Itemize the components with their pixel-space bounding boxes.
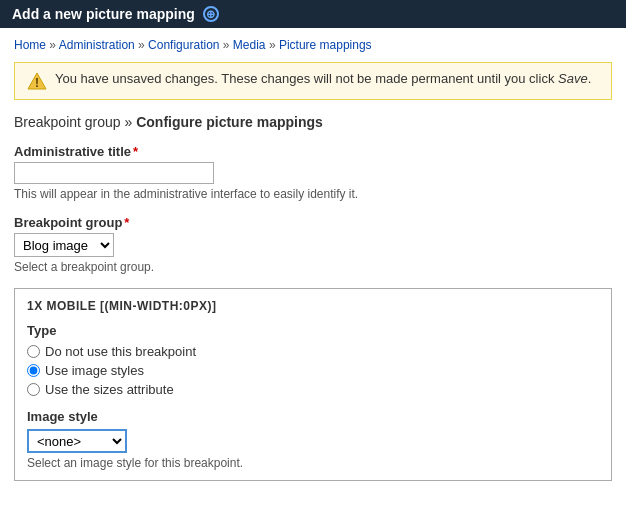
warning-text: You have unsaved changes. These changes … — [55, 71, 591, 86]
admin-title-required: * — [133, 144, 138, 159]
breakpoint-group-required: * — [124, 215, 129, 230]
radio-item-sizes: Use the sizes attribute — [27, 382, 599, 397]
radio-item-image-styles: Use image styles — [27, 363, 599, 378]
image-style-section: Image style <none> Select an image style… — [27, 409, 599, 470]
radio-sizes-label[interactable]: Use the sizes attribute — [45, 382, 174, 397]
breadcrumb: Home » Administration » Configuration » … — [14, 38, 612, 52]
breakpoint-section-title: 1X MOBILE [(MIN-WIDTH:0PX)] — [27, 299, 599, 313]
image-style-help: Select an image style for this breakpoin… — [27, 456, 599, 470]
breadcrumb-configuration[interactable]: Configuration — [148, 38, 219, 52]
type-label: Type — [27, 323, 599, 338]
breadcrumb-administration[interactable]: Administration — [59, 38, 135, 52]
radio-image-styles[interactable] — [27, 364, 40, 377]
breadcrumb-media[interactable]: Media — [233, 38, 266, 52]
breakpoint-group-label: Breakpoint group* — [14, 215, 612, 230]
image-style-select-wrap: <none> — [27, 429, 599, 453]
page-title: Add a new picture mapping — [12, 6, 195, 22]
title-bar: Add a new picture mapping ⊕ — [0, 0, 626, 28]
breakpoint-group-field: Breakpoint group* Blog image Select a br… — [14, 215, 612, 274]
help-icon[interactable]: ⊕ — [203, 6, 219, 22]
admin-title-field: Administrative title* This will appear i… — [14, 144, 612, 201]
section-heading: Breakpoint group » Configure picture map… — [14, 114, 612, 130]
admin-title-help: This will appear in the administrative i… — [14, 187, 612, 201]
admin-title-label: Administrative title* — [14, 144, 612, 159]
breakpoint-group-select[interactable]: Blog image — [14, 233, 114, 257]
radio-none-label[interactable]: Do not use this breakpoint — [45, 344, 196, 359]
svg-text:!: ! — [35, 76, 39, 90]
breadcrumb-home[interactable]: Home — [14, 38, 46, 52]
radio-none[interactable] — [27, 345, 40, 358]
radio-item-none: Do not use this breakpoint — [27, 344, 599, 359]
warning-icon: ! — [27, 71, 47, 91]
image-style-label: Image style — [27, 409, 599, 424]
image-style-select[interactable]: <none> — [27, 429, 127, 453]
warning-box: ! You have unsaved changes. These change… — [14, 62, 612, 100]
main-content: Home » Administration » Configuration » … — [0, 28, 626, 491]
breakpoint-section: 1X MOBILE [(MIN-WIDTH:0PX)] Type Do not … — [14, 288, 612, 481]
breadcrumb-picture-mappings[interactable]: Picture mappings — [279, 38, 372, 52]
radio-sizes[interactable] — [27, 383, 40, 396]
radio-image-styles-label[interactable]: Use image styles — [45, 363, 144, 378]
admin-title-input[interactable] — [14, 162, 214, 184]
breakpoint-group-help: Select a breakpoint group. — [14, 260, 612, 274]
radio-group: Do not use this breakpoint Use image sty… — [27, 344, 599, 397]
